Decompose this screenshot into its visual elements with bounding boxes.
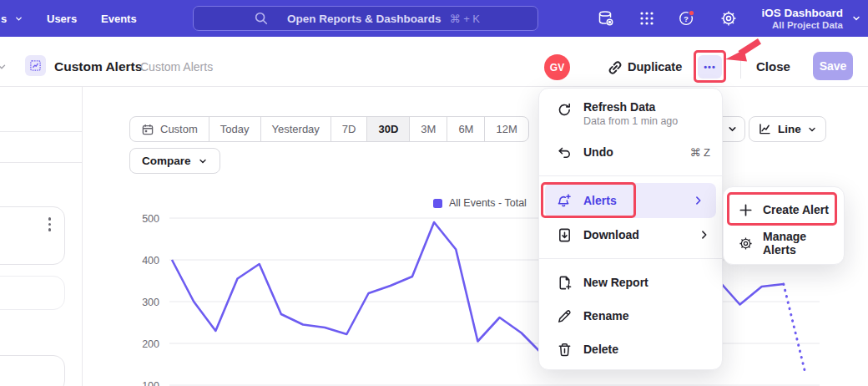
- nav-item-partial[interactable]: s: [1, 13, 23, 25]
- svg-text:100: 100: [142, 380, 159, 386]
- menu-item-rename[interactable]: Rename: [539, 299, 722, 333]
- save-button[interactable]: Save: [813, 52, 853, 80]
- menu-divider: [539, 258, 722, 259]
- svg-text:500: 500: [142, 213, 159, 225]
- menu-item-new-report[interactable]: New Report: [539, 266, 722, 299]
- menu-item-refresh-data[interactable]: Refresh Data Data from 1 min ago: [539, 95, 722, 135]
- svg-text:300: 300: [142, 297, 159, 308]
- search-icon: [254, 11, 269, 26]
- tab-custom[interactable]: Custom: [130, 117, 209, 141]
- sidebar-row-divider: [0, 131, 82, 132]
- chevron-right-icon: [693, 195, 704, 206]
- nav-item-users[interactable]: Users: [47, 13, 77, 25]
- tab-12m[interactable]: 12M: [484, 117, 527, 141]
- sidebar-card[interactable]: [0, 355, 65, 386]
- sidebar-card[interactable]: [0, 206, 65, 265]
- chevron-down-icon: [807, 124, 817, 135]
- tab-6m[interactable]: 6M: [447, 117, 484, 141]
- settings-gear-icon[interactable]: [719, 9, 738, 28]
- chevron-fragment-icon[interactable]: [0, 61, 8, 73]
- apps-grid-icon[interactable]: [638, 9, 656, 28]
- menu-item-label: Download: [583, 228, 699, 241]
- avatar[interactable]: GV: [544, 54, 570, 80]
- menu-item-label: Delete: [583, 343, 710, 356]
- chart-type-button[interactable]: Line: [749, 116, 826, 142]
- menu-item-label: Undo: [583, 145, 689, 159]
- sidebar-row-divider: [0, 162, 82, 163]
- menu-item-alerts[interactable]: Alerts: [545, 183, 716, 218]
- insights-chart-icon: [29, 59, 42, 72]
- date-range-tabs: Custom Today Yesterday 7D 30D 3M 6M 12M: [129, 116, 529, 142]
- sidebar-card[interactable]: [0, 276, 65, 310]
- tab-yesterday[interactable]: Yesterday: [260, 117, 331, 141]
- close-button[interactable]: Close: [756, 59, 790, 74]
- tab-today[interactable]: Today: [209, 117, 260, 141]
- kebab-menu-icon[interactable]: [48, 217, 52, 231]
- breadcrumb: Custom Alerts: [140, 60, 213, 74]
- menu-item-label: Alerts: [583, 194, 693, 207]
- nav-item-events[interactable]: Events: [101, 13, 137, 25]
- alerts-submenu: Create Alert Manage Alerts: [723, 186, 845, 265]
- chevron-right-icon: [699, 229, 710, 241]
- menu-item-download[interactable]: Download: [539, 218, 722, 251]
- download-icon: [557, 227, 573, 243]
- trash-icon: [557, 342, 573, 358]
- menu-item-delete[interactable]: Delete: [539, 333, 722, 366]
- chevron-down-icon: [851, 13, 861, 23]
- compare-label: Compare: [142, 155, 191, 167]
- tab-label: Custom: [160, 123, 198, 135]
- new-report-icon: [557, 275, 573, 291]
- submenu-item-manage-alerts[interactable]: Manage Alerts: [724, 226, 844, 260]
- duplicate-button[interactable]: Duplicate: [628, 60, 682, 74]
- line-chart-icon: [758, 122, 772, 136]
- menu-item-subtext: Data from 1 min ago: [583, 115, 678, 128]
- tab-label: 3M: [421, 123, 436, 135]
- menu-item-undo[interactable]: Undo ⌘ Z: [539, 135, 722, 169]
- data-management-icon[interactable]: [597, 9, 615, 28]
- chevron-down-icon: [198, 156, 208, 166]
- legend-swatch-icon: [433, 199, 442, 208]
- page-title: Custom Alerts: [54, 59, 142, 74]
- svg-text:400: 400: [142, 255, 159, 267]
- submenu-item-label: Manage Alerts: [763, 230, 832, 256]
- tab-7d[interactable]: 7D: [331, 117, 367, 141]
- chevron-down-icon: [14, 14, 23, 23]
- calendar-icon: [141, 123, 154, 136]
- svg-text:200: 200: [142, 338, 159, 350]
- menu-item-label: New Report: [583, 276, 710, 289]
- refresh-icon: [557, 102, 573, 118]
- share-link-icon[interactable]: [606, 58, 624, 77]
- more-options-button[interactable]: •••: [698, 55, 722, 79]
- submenu-item-create-alert[interactable]: Create Alert: [724, 193, 844, 226]
- help-icon[interactable]: ?: [678, 9, 696, 28]
- project-scope: All Project Data: [761, 20, 843, 31]
- nav-partial-label: s: [1, 13, 7, 25]
- pencil-icon: [557, 308, 573, 324]
- menu-divider: [539, 175, 722, 176]
- tab-30d-selected[interactable]: 30D: [366, 117, 409, 141]
- legend-label: All Events - Total: [449, 197, 527, 209]
- more-options-menu: Refresh Data Data from 1 min ago Undo ⌘ …: [538, 88, 723, 370]
- compare-button[interactable]: Compare: [129, 148, 220, 174]
- chart-legend[interactable]: All Events - Total: [433, 197, 527, 209]
- tab-3m[interactable]: 3M: [409, 117, 447, 141]
- chart-type-label: Line: [778, 123, 801, 135]
- chevron-down-icon: [727, 124, 738, 135]
- gear-icon: [738, 236, 754, 251]
- menu-item-shortcut: ⌘ Z: [689, 146, 710, 159]
- plus-icon: [738, 202, 754, 218]
- project-switcher[interactable]: iOS Dashboard All Project Data: [761, 0, 861, 37]
- search-shortcut: ⌘ + K: [450, 13, 481, 25]
- global-search[interactable]: Open Reports & Dashboards ⌘ + K: [193, 6, 538, 31]
- top-navbar: s Users Events Open Reports & Dashboards…: [0, 0, 868, 37]
- tab-label: Yesterday: [272, 123, 320, 135]
- content-vertical-divider: [82, 87, 83, 386]
- tab-label: 7D: [342, 123, 356, 135]
- bell-plus-icon: [557, 193, 573, 209]
- tab-label: Today: [220, 123, 250, 135]
- menu-item-label: Refresh Data: [583, 99, 678, 115]
- tab-label: 12M: [496, 123, 517, 135]
- svg-text:?: ?: [684, 15, 689, 23]
- project-name: iOS Dashboard: [761, 7, 843, 20]
- tab-label: 30D: [378, 123, 398, 135]
